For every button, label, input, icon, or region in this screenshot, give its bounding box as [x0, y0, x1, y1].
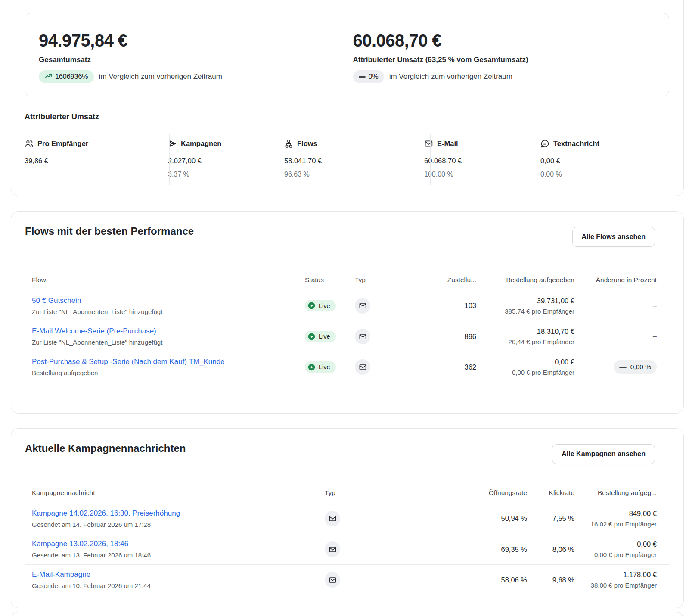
total-revenue-value: 94.975,84 € — [39, 31, 347, 50]
flow-link[interactable]: 50 € Gutschein — [32, 296, 81, 305]
delivered-count: 896 — [464, 333, 476, 340]
stat-value: 0,00 € — [540, 157, 665, 165]
flows-performance-card: Flows mit der besten Performance Alle Fl… — [11, 211, 684, 414]
orders-value: 18.310,70 € — [476, 327, 574, 336]
status-label: Live — [319, 302, 330, 309]
status-label: Live — [319, 364, 330, 370]
campaign-sent-date: Gesendet am 13. Februar 2026 um 18:46 — [32, 551, 325, 559]
flow-link[interactable]: E-Mail Welcome-Serie (Pre-Purchase) — [32, 327, 156, 335]
total-revenue-metric: 94.975,84 € Gesamtumsatz 1606936% im Ver… — [39, 31, 347, 96]
open-rate: 58,06 % — [501, 576, 527, 584]
stat-per-recipient: Pro Empfänger 39,86 € — [25, 139, 168, 178]
status-badge-live: Live — [305, 331, 336, 342]
email-icon — [424, 139, 433, 148]
column-header-campaign: Kampagnennachricht — [32, 489, 325, 497]
play-circle-icon — [308, 364, 315, 371]
orders-value: 0,00 € — [476, 358, 574, 366]
view-all-flows-button[interactable]: Alle Flows ansehen — [572, 227, 655, 247]
column-header-orders: Bestellung aufgeg... — [574, 489, 663, 497]
orders-value: 1.178,00 € — [574, 571, 657, 579]
email-type-icon — [355, 359, 370, 375]
column-header-orders: Bestellung aufgegeben — [476, 276, 574, 284]
column-header-change: Änderung in Prozent — [574, 276, 663, 284]
campaigns-section-title: Aktuelle Kampagnennachrichten — [25, 442, 186, 454]
chat-icon — [540, 139, 549, 148]
open-rate: 69,35 % — [501, 545, 527, 553]
stat-percent: 0,00 % — [540, 171, 665, 178]
status-label: Live — [319, 333, 330, 340]
column-header-delivered: Zustellu... — [396, 276, 476, 284]
campaign-link[interactable]: E-Mail-Kampagne — [32, 570, 90, 579]
orders-per-recipient: 0,00 € pro Empfänger — [574, 551, 657, 558]
play-circle-icon — [308, 302, 315, 309]
flow-trigger: Bestellung aufgegeben — [32, 369, 304, 376]
flow-trigger: Zur Liste "NL_Abonnenten_Liste" hinzugef… — [32, 339, 304, 346]
campaign-row: E-Mail-Kampagne Gesendet am 10. Februar … — [25, 564, 670, 595]
orders-value: 0,00 € — [574, 540, 657, 548]
stat-value: 60.068,70 € — [424, 157, 540, 165]
column-header-open-rate: Öffnungsrate — [398, 489, 527, 497]
stat-label: E-Mail — [437, 140, 458, 148]
email-type-icon — [325, 541, 340, 557]
total-revenue-comparison-row: 1606936% im Vergleich zum vorherigen Zei… — [39, 70, 347, 83]
column-header-typ: Typ — [325, 489, 398, 497]
flows-table-header: Flow Status Typ Zustellu... Bestellung a… — [25, 276, 670, 290]
stat-label: Kampagnen — [181, 140, 221, 148]
next-section-card-partial — [11, 612, 684, 616]
campaign-link[interactable]: Kampagne 13.02.2026, 18:46 — [32, 540, 128, 548]
email-type-icon — [355, 329, 370, 344]
change-pill: 0,00 % — [614, 360, 657, 374]
flat-trend-icon — [359, 76, 366, 78]
attributed-revenue-change-value: 0% — [369, 73, 379, 81]
play-circle-icon — [308, 333, 315, 340]
attributed-revenue-metric: 60.068,70 € Attribuierter Umsatz (63,25 … — [347, 31, 655, 96]
stat-percent: 96,63 % — [284, 171, 424, 178]
status-badge-live: Live — [305, 300, 336, 311]
email-type-icon — [355, 298, 370, 314]
attributed-revenue-comparison-row: 0% im Vergleich zum vorherigen Zeitraum — [353, 70, 655, 83]
click-rate: 9,68 % — [552, 576, 574, 584]
change-value: 0,00 % — [630, 363, 651, 371]
status-badge-live: Live — [305, 361, 336, 373]
stat-email: E-Mail 60.068,70 € 100,00 % — [424, 139, 540, 178]
campaign-link[interactable]: Kampagne 14.02.2026, 16:30, Preiserhöhun… — [32, 509, 180, 517]
orders-per-recipient: 0,00 € pro Empfänger — [476, 369, 574, 376]
stat-campaigns: Kampagnen 2.027,00 € 3,37 % — [168, 139, 284, 178]
attributed-revenue-section-title: Attribuierter Umsatz — [25, 112, 99, 121]
flows-section-title: Flows mit der besten Performance — [25, 225, 194, 237]
open-rate: 50,94 % — [501, 514, 527, 522]
stat-label: Textnachricht — [553, 140, 599, 148]
stat-percent: 100,00 % — [424, 171, 540, 178]
attributed-revenue-stats: Pro Empfänger 39,86 € Kampagnen 2.027,00… — [25, 139, 679, 178]
delivered-count: 103 — [464, 302, 476, 309]
stat-value: 2.027,00 € — [168, 157, 284, 165]
flow-row: 50 € Gutschein Zur Liste "NL_Abonnenten_… — [25, 290, 670, 321]
orders-value: 849,00 € — [574, 510, 657, 518]
stat-flows: Flows 58.041,70 € 96,63 % — [284, 139, 424, 178]
flat-trend-icon — [619, 367, 627, 368]
trending-up-icon — [44, 73, 52, 81]
stats-divider — [169, 134, 170, 185]
summary-card: 94.975,84 € Gesamtumsatz 1606936% im Ver… — [11, 0, 684, 196]
people-icon — [25, 139, 34, 148]
attributed-revenue-label: Attribuierter Umsatz (63,25 % vom Gesamt… — [353, 56, 655, 64]
delivered-count: 362 — [464, 363, 476, 371]
column-header-flow: Flow — [32, 276, 304, 284]
view-all-campaigns-button[interactable]: Alle Kampagnen ansehen — [552, 444, 655, 464]
orders-per-recipient: 385,74 € pro Empfänger — [476, 308, 574, 315]
flow-row: Post-Purchase & Setup -Serie (Nach dem K… — [25, 352, 670, 382]
flow-link[interactable]: Post-Purchase & Setup -Serie (Nach dem K… — [32, 358, 225, 366]
flows-table: Flow Status Typ Zustellu... Bestellung a… — [25, 276, 670, 382]
campaign-sent-date: Gesendet am 10. Februar 2026 um 21:44 — [32, 582, 325, 589]
flows-icon — [284, 139, 293, 148]
orders-value: 39.731,00 € — [476, 297, 574, 305]
flow-trigger: Zur Liste "NL_Abonnenten_Liste" hinzugef… — [32, 308, 304, 315]
change-value: – — [653, 302, 657, 309]
click-rate: 8,06 % — [552, 545, 574, 553]
stat-label: Flows — [297, 140, 317, 148]
total-revenue-change-badge: 1606936% — [39, 70, 94, 83]
total-revenue-comparison-text: im Vergleich zum vorherigen Zeitraum — [99, 72, 222, 81]
flow-row: E-Mail Welcome-Serie (Pre-Purchase) Zur … — [25, 321, 670, 352]
stats-divider — [430, 134, 431, 185]
attributed-revenue-value: 60.068,70 € — [353, 31, 655, 50]
